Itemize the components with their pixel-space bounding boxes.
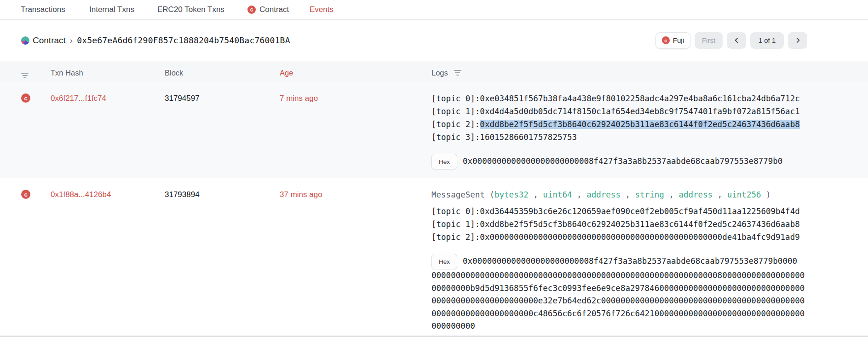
hex-data-line: 00000000b9d5d9136855f6fec3c0993fee6e9ce8…	[431, 282, 868, 295]
topic-value: 0xdd8be2f5f5d5cf3b8640c62924025b311ae83c…	[480, 220, 799, 229]
topic-label: [topic 3]:	[431, 133, 480, 142]
network-badge[interactable]: c Fuji	[655, 32, 690, 49]
network-label: Fuji	[673, 36, 684, 44]
tab-contract-label: Contract	[259, 5, 289, 14]
column-header-block: Block	[165, 69, 280, 77]
topic-line-1: [topic 1]:0xdd8be2f5f5d5cf3b8640c6292402…	[431, 218, 868, 231]
topic-line-0: [topic 0]:0xd36445359b3c6e26c120659aef09…	[431, 205, 868, 218]
hex-toggle-button[interactable]: Hex	[431, 254, 457, 269]
breadcrumb-contract-label: Contract	[33, 35, 66, 46]
signature-comma: ,	[572, 190, 587, 199]
event-name: MessageSent	[431, 190, 485, 199]
network-c-icon: c	[662, 36, 670, 44]
hex-data-line: 0000000000000000000000000000000000000000…	[431, 269, 868, 282]
signature-paren: (	[485, 190, 494, 199]
block-number: 31794597	[165, 94, 200, 103]
topic-line-1: [topic 1]:0xd4d4a5d0db05dc714f8150c1af65…	[431, 105, 868, 118]
prev-page-button[interactable]	[727, 32, 746, 49]
first-page-button[interactable]: First	[695, 32, 723, 49]
tab-bar: Transactions Internal Txns ERC20 Token T…	[0, 0, 868, 20]
contract-header-bar: Contract › 0x5e67eA6d6f290F857c1888204b7…	[0, 20, 868, 61]
signature-comma: ,	[664, 190, 679, 199]
topic-line-2: [topic 2]:0x0000000000000000000000000000…	[431, 231, 868, 244]
tab-transactions[interactable]: Transactions	[21, 0, 65, 19]
column-header-logs: Logs	[431, 69, 448, 77]
hex-data-block: Hex 0x0000000000000000000000008f427f3a3a…	[431, 254, 868, 337]
hex-data-line: 000000000	[431, 320, 868, 333]
hex-toggle-button[interactable]: Hex	[431, 154, 457, 169]
age-value[interactable]: 7 mins ago	[280, 94, 318, 103]
param-type: uint256	[727, 190, 761, 199]
contract-call-icon: c	[21, 93, 30, 103]
param-type: address	[678, 190, 713, 199]
page-indicator: 1 of 1	[750, 32, 784, 49]
txn-hash-link[interactable]: 0x6f217...f1fc74	[51, 94, 106, 103]
logs-filter-icon[interactable]	[454, 69, 461, 76]
next-page-button[interactable]	[788, 32, 807, 49]
header-controls: c Fuji First 1 of 1	[655, 32, 807, 49]
event-row-2: c 0x1f88a...4126b4 31793894 37 mins ago …	[0, 178, 868, 337]
hex-data-block: Hex 0x0000000000000000000000008f427f3a3a…	[431, 154, 868, 178]
chevron-right-icon	[795, 37, 801, 43]
hex-data-line: 0000000000000000000000e32e7b64ed62c00000…	[431, 295, 868, 308]
column-header-txn-hash: Txn Hash	[51, 69, 165, 77]
filter-icon[interactable]	[21, 72, 29, 79]
topic-label: [topic 1]:	[431, 107, 480, 116]
param-type: uint64	[543, 190, 572, 199]
events-table-body: c 0x6f217...f1fc74 31794597 7 mins ago […	[0, 82, 868, 337]
topic-label: [topic 2]:	[431, 120, 480, 129]
topic-label: [topic 1]:	[431, 220, 480, 229]
topic-line-3: [topic 3]:16015286601757825753	[431, 131, 868, 144]
block-number: 31793894	[165, 190, 200, 199]
topic-value: 0xd4d4a5d0db05dc714f8150c1af654ed34eb8c9…	[480, 107, 799, 116]
topics-list: [topic 0]:0xd36445359b3c6e26c120659aef09…	[431, 205, 868, 244]
tab-contract[interactable]: c Contract	[247, 0, 289, 19]
signature-comma: ,	[529, 190, 543, 199]
hex-data-line: 000000000000000000000c48656c6c6f20576f72…	[431, 308, 868, 320]
txn-hash-link[interactable]: 0x1f88a...4126b4	[51, 190, 111, 199]
contract-avatar-icon	[21, 36, 29, 45]
breadcrumb-separator: ›	[70, 35, 73, 46]
tab-erc20-token-txns[interactable]: ERC20 Token Txns	[157, 0, 224, 19]
topic-value: 16015286601757825753	[480, 133, 577, 142]
topic-value: 0xe034851f567b38fa4a438e9f80102258adc4a2…	[480, 94, 799, 103]
event-row-1: c 0x6f217...f1fc74 31794597 7 mins ago […	[0, 82, 868, 178]
topic-label: [topic 0]:	[431, 207, 480, 216]
signature-comma: ,	[713, 190, 727, 199]
param-type: address	[586, 190, 621, 199]
topic-label: [topic 2]:	[431, 232, 480, 242]
contract-c-icon: c	[247, 6, 256, 14]
column-header-age[interactable]: Age	[280, 69, 431, 77]
topic-value-highlighted: 0xdd8be2f5f5d5cf3b8640c62924025b311ae83c…	[480, 120, 799, 129]
signature-paren: )	[761, 190, 771, 199]
topic-line-0: [topic 0]:0xe034851f567b38fa4a438e9f8010…	[431, 92, 868, 105]
hex-data-line: 0x0000000000000000000000008f427f3a3a8b25…	[463, 255, 797, 268]
breadcrumb: Contract › 0x5e67eA6d6f290F857c1888204b7…	[21, 35, 290, 46]
topic-value: 0xd36445359b3c6e26c120659aef090ce0f2eb00…	[480, 207, 799, 216]
chevron-left-icon	[734, 37, 740, 43]
topic-label: [topic 0]:	[431, 94, 480, 103]
table-header-row: Txn Hash Block Age Logs	[0, 61, 868, 82]
topic-line-2: [topic 2]:0xdd8be2f5f5d5cf3b8640c6292402…	[431, 118, 868, 131]
table-bottom-border	[0, 336, 868, 337]
contract-events-page: Transactions Internal Txns ERC20 Token T…	[0, 0, 868, 337]
topic-value: 0x00000000000000000000000000000000000000…	[480, 232, 799, 242]
tab-internal-txns[interactable]: Internal Txns	[89, 0, 134, 19]
hex-data-line: 0x0000000000000000000000008f427f3a3a8b25…	[463, 155, 782, 168]
param-type: string	[635, 190, 664, 199]
topics-list: [topic 0]:0xe034851f567b38fa4a438e9f8010…	[431, 92, 868, 144]
tab-events[interactable]: Events	[310, 0, 333, 19]
event-signature: MessageSent (bytes32 , uint64 , address …	[431, 188, 868, 201]
contract-call-icon: c	[21, 190, 30, 199]
signature-comma: ,	[621, 190, 635, 199]
param-type: bytes32	[494, 190, 529, 199]
contract-address: 0x5e67eA6d6f290F857c1888204b7540Bac76001…	[77, 35, 290, 45]
age-value[interactable]: 37 mins ago	[280, 190, 322, 199]
